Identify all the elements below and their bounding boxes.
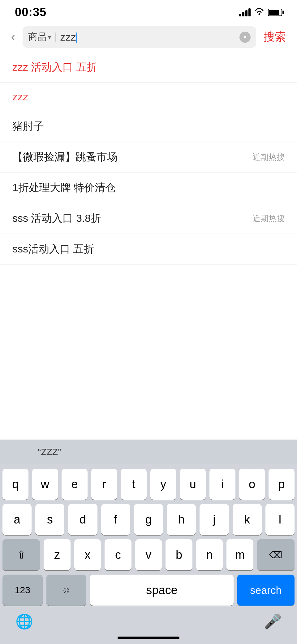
key-o[interactable]: o (239, 469, 265, 500)
key-h[interactable]: h (167, 504, 196, 535)
search-key[interactable]: search (237, 575, 295, 606)
keyboard-row-1: q w e r t y u i o p (2, 469, 295, 500)
suggestion-text: 【微瑕捡漏】跳蚤市场 (12, 150, 118, 164)
search-bar: ‹ 商品 ▾ zzz × 搜索 (0, 22, 297, 52)
key-n[interactable]: n (196, 539, 223, 570)
key-l[interactable]: l (265, 504, 295, 535)
key-s[interactable]: s (35, 504, 64, 535)
search-input-container[interactable]: 商品 ▾ zzz × (23, 26, 256, 48)
suggestion-item[interactable]: 1折处理大牌 特价清仓 (0, 173, 297, 203)
input-divider (55, 33, 56, 42)
suggestion-tag: 近期热搜 (252, 152, 285, 163)
suggestion-item[interactable]: 猪肘子 (0, 111, 297, 142)
category-selector[interactable]: 商品 ▾ (28, 31, 51, 43)
key-y[interactable]: y (150, 469, 176, 500)
key-g[interactable]: g (134, 504, 163, 535)
suggestion-text: 猪肘子 (12, 119, 44, 134)
wifi-icon (254, 7, 264, 17)
suggestion-item[interactable]: sss 活动入口 3.8折近期热搜 (0, 203, 297, 234)
search-submit-button[interactable]: 搜索 (261, 28, 288, 46)
key-x[interactable]: x (74, 539, 101, 570)
search-input[interactable]: zzz (60, 31, 236, 43)
suggestion-item[interactable]: zzz 活动入口 五折 (0, 52, 297, 83)
text-cursor (76, 33, 77, 43)
key-u[interactable]: u (180, 469, 206, 500)
key-i[interactable]: i (209, 469, 235, 500)
space-key[interactable]: space (90, 575, 233, 606)
emoji-key[interactable]: ☺ (46, 575, 87, 606)
key-a[interactable]: a (2, 504, 32, 535)
key-m[interactable]: m (226, 539, 253, 570)
numbers-key[interactable]: 123 (2, 575, 43, 606)
emoji-icon: ☺ (62, 585, 71, 595)
category-dropdown-arrow: ▾ (48, 33, 51, 41)
key-q[interactable]: q (2, 469, 28, 500)
suggestion-item[interactable]: sss活动入口 五折 (0, 234, 297, 265)
prediction-left[interactable]: “ZZZ” (0, 440, 99, 464)
key-w[interactable]: w (32, 469, 58, 500)
battery-icon (268, 9, 282, 16)
key-r[interactable]: r (91, 469, 117, 500)
suggestion-text: zzz 活动入口 五折 (12, 60, 97, 74)
keyboard: “ZZZ” q w e r t y u i o p a s d f g (0, 440, 297, 644)
svg-point-0 (259, 13, 260, 15)
delete-icon: ⌫ (269, 550, 282, 560)
status-time: 00:35 (15, 6, 46, 19)
suggestion-item[interactable]: zzz (0, 83, 297, 111)
keyboard-row-3: ⇧ z x c v b n m ⌫ (2, 539, 295, 570)
category-label: 商品 (28, 31, 47, 43)
suggestion-text: sss活动入口 五折 (12, 242, 94, 256)
key-v[interactable]: v (135, 539, 162, 570)
keyboard-bottom-bar: 🌐 🎤 (0, 610, 297, 634)
home-bar (118, 637, 179, 639)
keyboard-row-4: 123 ☺ space search (2, 575, 295, 606)
keyboard-prediction-bar: “ZZZ” (0, 440, 297, 464)
keyboard-rows: q w e r t y u i o p a s d f g h j k l ⇧ (0, 464, 297, 606)
back-button[interactable]: ‹ (9, 29, 18, 45)
key-j[interactable]: j (200, 504, 229, 535)
delete-key[interactable]: ⌫ (257, 539, 295, 570)
shift-icon: ⇧ (17, 549, 26, 561)
key-t[interactable]: t (121, 469, 147, 500)
status-icons (239, 7, 282, 17)
suggestion-text: 1折处理大牌 特价清仓 (12, 181, 116, 195)
microphone-icon[interactable]: 🎤 (264, 613, 282, 630)
key-b[interactable]: b (166, 539, 192, 570)
suggestion-text: zzz (12, 91, 28, 103)
key-z[interactable]: z (44, 539, 71, 570)
key-d[interactable]: d (68, 504, 97, 535)
prediction-right[interactable] (198, 440, 297, 464)
suggestion-item[interactable]: 【微瑕捡漏】跳蚤市场近期热搜 (0, 142, 297, 173)
clear-icon: × (243, 34, 247, 41)
shift-key[interactable]: ⇧ (2, 539, 40, 570)
suggestion-tag: 近期热搜 (252, 213, 285, 224)
suggestions-list: zzz 活动入口 五折zzz猪肘子【微瑕捡漏】跳蚤市场近期热搜1折处理大牌 特价… (0, 52, 297, 265)
key-f[interactable]: f (101, 504, 130, 535)
prediction-center[interactable] (99, 440, 198, 464)
prediction-left-text: “ZZZ” (38, 447, 61, 457)
key-e[interactable]: e (62, 469, 88, 500)
signal-icon (239, 8, 251, 16)
home-indicator (0, 634, 297, 644)
status-bar: 00:35 (0, 0, 297, 22)
globe-icon[interactable]: 🌐 (15, 613, 33, 630)
key-c[interactable]: c (105, 539, 131, 570)
key-k[interactable]: k (233, 504, 262, 535)
keyboard-row-2: a s d f g h j k l (2, 504, 295, 535)
key-p[interactable]: p (269, 469, 295, 500)
clear-button[interactable]: × (239, 32, 251, 43)
suggestion-text: sss 活动入口 3.8折 (12, 211, 101, 226)
